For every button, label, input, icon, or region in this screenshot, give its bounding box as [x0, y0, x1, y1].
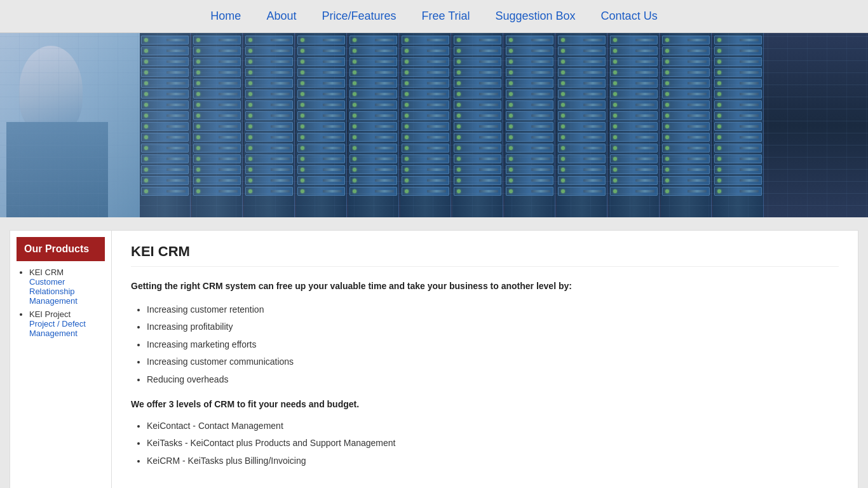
- nav-price-features[interactable]: Price/Features: [322, 10, 396, 23]
- sidebar: Our Products KEI CRM Customer Relationsh…: [10, 231, 112, 488]
- sidebar-kei-project-label: KEI Project: [29, 309, 71, 319]
- sidebar-project-defect-management-link[interactable]: Project / Defect Management: [29, 319, 86, 338]
- offer-item-0: KeiContact - Contact Management: [147, 419, 839, 433]
- sidebar-product-list: KEI CRM Customer Relationship Management…: [17, 268, 105, 338]
- sidebar-customer-relationship-management-link[interactable]: Customer Relationship Management: [29, 277, 78, 306]
- nav-home[interactable]: Home: [210, 10, 241, 23]
- hero-banner: [0, 33, 868, 217]
- sidebar-kei-crm-label: KEI CRM: [29, 268, 64, 277]
- nav-suggestion-box[interactable]: Suggestion Box: [496, 10, 576, 23]
- nav-free-trial[interactable]: Free Trial: [421, 10, 470, 23]
- benefit-item-1: Increasing profitability: [147, 320, 839, 334]
- main-content: KEI CRM Getting the right CRM system can…: [112, 231, 858, 488]
- main-nav: Home About Price/Features Free Trial Sug…: [0, 0, 868, 33]
- offer-list: KeiContact - Contact Management KeiTasks…: [131, 419, 839, 468]
- sidebar-kei-crm-item: KEI CRM Customer Relationship Management: [29, 268, 105, 306]
- benefit-item-0: Increasing customer retention: [147, 302, 839, 316]
- content-inner: Our Products KEI CRM Customer Relationsh…: [10, 230, 858, 488]
- offer-heading: We offer 3 levels of CRM to fit your nee…: [131, 399, 839, 409]
- offer-item-2: KeiCRM - KeiTasks plus Billing/Invoicing: [147, 454, 839, 468]
- benefits-list: Increasing customer retention Increasing…: [131, 302, 839, 386]
- content-wrapper: Our Products KEI CRM Customer Relationsh…: [0, 217, 868, 488]
- benefit-item-2: Increasing marketing efforts: [147, 337, 839, 351]
- benefit-item-3: Increasing customer communications: [147, 355, 839, 369]
- page-title: KEI CRM: [131, 243, 839, 267]
- intro-text: Getting the right CRM system can free up…: [131, 280, 839, 293]
- nav-about[interactable]: About: [266, 10, 296, 23]
- sidebar-section-header: Our Products: [17, 237, 105, 261]
- benefit-item-4: Reducing overheads: [147, 372, 839, 386]
- nav-contact-us[interactable]: Contact Us: [601, 10, 658, 23]
- sidebar-kei-project-item: KEI Project Project / Defect Management: [29, 309, 105, 338]
- offer-item-1: KeiTasks - KeiContact plus Products and …: [147, 436, 839, 450]
